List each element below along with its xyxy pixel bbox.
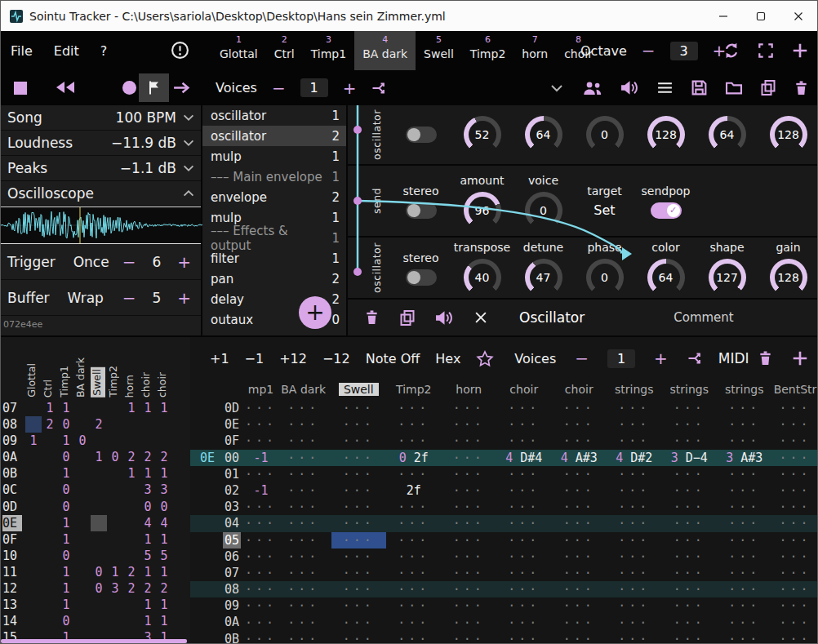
note-cell[interactable]: ··· <box>662 466 718 482</box>
note-cell[interactable]: ··· <box>717 631 772 644</box>
knob[interactable]: 127 <box>709 259 746 296</box>
note-cell[interactable]: ··· <box>717 466 772 482</box>
close-button[interactable] <box>780 1 817 31</box>
note-cell[interactable]: ··· <box>442 400 497 416</box>
note-cell[interactable]: ··· <box>442 532 497 549</box>
note-cell[interactable]: ··· <box>386 614 442 630</box>
instrument-tab[interactable]: 5Swell <box>416 31 462 70</box>
editor-track-header[interactable]: strings <box>717 381 772 398</box>
pattern-track-header[interactable]: Glottal <box>25 363 40 398</box>
note-cell[interactable]: ··· <box>246 631 276 644</box>
pattern-cell[interactable] <box>74 597 91 613</box>
speaker-icon[interactable] <box>620 80 639 95</box>
editor-track-header[interactable]: strings <box>607 381 662 398</box>
unit-solo-speaker-icon[interactable] <box>435 310 454 326</box>
note-cell[interactable]: ··· <box>772 416 818 433</box>
editor-track-header[interactable]: mp1 <box>246 381 276 398</box>
comment-field[interactable]: Comment <box>674 310 734 325</box>
pattern-cell[interactable] <box>91 548 107 564</box>
note-cell[interactable]: ··· <box>607 532 662 549</box>
menu-hamburger-icon[interactable] <box>656 81 674 95</box>
note-cell[interactable]: ··· <box>717 565 772 581</box>
note-cell[interactable]: ··· <box>331 482 387 499</box>
note-cell[interactable]: ··· <box>331 466 387 482</box>
pattern-cell[interactable] <box>74 465 91 482</box>
note-cell[interactable]: ··· <box>772 450 818 466</box>
pattern-cell[interactable] <box>25 482 42 498</box>
pattern-cell[interactable] <box>42 499 58 515</box>
pattern-row-number[interactable]: 13 <box>2 597 22 613</box>
instrument-tab[interactable]: 7horn <box>513 31 556 70</box>
note-cell[interactable]: ··· <box>386 565 442 581</box>
pattern-cell[interactable] <box>107 416 123 433</box>
pattern-row-number[interactable]: 0A <box>2 449 22 465</box>
pattern-track-header[interactable]: choir <box>140 372 154 398</box>
note-cell[interactable]: ··· <box>442 482 497 499</box>
pattern-cell[interactable] <box>123 531 140 548</box>
save-icon[interactable] <box>691 79 708 96</box>
note-cell[interactable]: ··· <box>276 433 331 449</box>
menu-edit[interactable]: Edit <box>54 43 79 59</box>
pattern-cell[interactable] <box>107 515 123 531</box>
editor-track-header[interactable]: Swell <box>331 381 387 398</box>
pattern-cell[interactable]: 3 <box>156 482 172 498</box>
knob[interactable]: 64 <box>647 259 685 296</box>
pattern-track-header[interactable]: choir <box>156 372 171 398</box>
note-cell[interactable]: ··· <box>772 581 818 597</box>
pattern-cell[interactable] <box>74 416 91 433</box>
stop-button[interactable] <box>14 82 27 95</box>
note-cell[interactable]: ··· <box>772 549 818 565</box>
instrument-tab[interactable]: 4BA dark <box>354 31 416 70</box>
unit-list-item[interactable]: oscillator2 <box>202 126 346 146</box>
note-cell[interactable]: ··· <box>276 450 331 466</box>
pattern-cell[interactable]: 1 <box>58 531 74 548</box>
pattern-cell[interactable] <box>42 531 58 548</box>
note-cell[interactable]: ··· <box>662 581 718 597</box>
clear-unit-icon[interactable] <box>473 310 488 325</box>
pattern-cell[interactable] <box>91 499 107 515</box>
note-cell[interactable]: ··· <box>276 565 331 581</box>
pattern-cell[interactable] <box>74 400 91 416</box>
note-cell[interactable]: ··· <box>607 499 662 515</box>
pattern-cell[interactable]: 3 <box>140 482 156 498</box>
pattern-cell[interactable]: 1 <box>58 465 74 482</box>
note-cell[interactable]: ··· <box>276 597 331 614</box>
pattern-cell[interactable] <box>91 613 107 629</box>
note-cell[interactable]: ··· <box>552 597 607 614</box>
transpose-button[interactable]: −12 <box>322 351 350 366</box>
pattern-cell[interactable] <box>123 482 140 498</box>
toggle-switch[interactable] <box>406 269 437 286</box>
unit-list-item[interactable]: ––– Main envelope1 <box>202 167 346 187</box>
pattern-cell[interactable]: 2 <box>123 580 140 597</box>
note-cell[interactable]: ··· <box>717 400 772 416</box>
pattern-cell[interactable] <box>140 416 156 433</box>
note-cell[interactable]: ··· <box>496 482 552 499</box>
pattern-cell[interactable] <box>91 531 107 548</box>
pattern-cell[interactable] <box>42 449 58 465</box>
editor-row-number[interactable]: 0B <box>223 631 241 644</box>
knob[interactable]: 0 <box>586 259 624 296</box>
maximize-button[interactable] <box>742 1 780 31</box>
pattern-cell[interactable]: 0 <box>58 416 74 433</box>
pattern-cell[interactable]: 1 <box>140 531 156 548</box>
pattern-cell[interactable]: 1 <box>91 449 107 465</box>
pattern-cell[interactable]: 2 <box>140 580 156 597</box>
note-cell[interactable]: ··· <box>552 515 607 531</box>
pattern-row-number[interactable]: 10 <box>2 548 22 564</box>
note-cell[interactable]: 3 D−4 <box>662 450 718 466</box>
instrument-tab[interactable]: 6Timp2 <box>462 31 513 70</box>
pattern-cell[interactable] <box>107 613 123 629</box>
note-cell[interactable]: ··· <box>496 597 552 614</box>
toggle-switch[interactable] <box>406 202 437 219</box>
horizontal-scrollbar[interactable] <box>1 639 187 643</box>
note-cell[interactable]: ··· <box>607 466 662 482</box>
editor-row-number[interactable]: 0E <box>223 416 241 433</box>
pattern-row-number[interactable]: 12 <box>2 580 22 597</box>
pattern-cell[interactable] <box>42 482 58 498</box>
note-cell[interactable]: 4 D#2 <box>607 450 662 466</box>
note-cell[interactable]: ··· <box>496 614 552 630</box>
note-cell[interactable]: ··· <box>442 499 497 515</box>
note-cell[interactable]: ··· <box>607 581 662 597</box>
pattern-cell[interactable] <box>25 515 42 531</box>
note-cell[interactable]: ··· <box>246 433 276 449</box>
